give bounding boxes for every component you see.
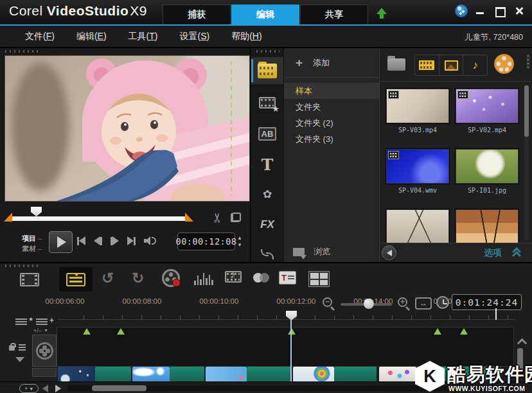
close-button[interactable] (513, 6, 526, 16)
timeline-clip[interactable] (293, 367, 334, 382)
panel-drag-handle[interactable] (5, 50, 39, 53)
folder-item-sample[interactable]: 样本 (284, 83, 379, 99)
filter-audio-button[interactable]: ♪ (463, 55, 487, 75)
track-transparency-button[interactable] (253, 273, 272, 283)
scrub-playhead-handle[interactable] (31, 207, 42, 216)
undo-button[interactable]: ↺ (102, 270, 114, 287)
category-title-button[interactable]: T (251, 151, 283, 178)
timecode-spinner[interactable]: ▲ ▼ (236, 232, 244, 250)
split-clip-scissors-icon[interactable]: ✂ (209, 213, 225, 223)
menu-settings[interactable]: 设置(S) (169, 27, 221, 46)
zoom-in-button[interactable]: + (398, 297, 407, 307)
spinner-down-icon[interactable]: ▼ (237, 242, 242, 248)
video-thumbnail[interactable] (455, 88, 519, 124)
photo-thumbnail[interactable] (386, 209, 450, 245)
previous-frame-button[interactable] (94, 236, 102, 246)
ripple-editing-lock-button[interactable] (9, 343, 26, 352)
spinner-up-icon[interactable]: ▲ (237, 235, 242, 241)
track-collapse-arrow[interactable] (15, 357, 24, 362)
tab-edit[interactable]: 编辑 (231, 4, 299, 24)
add-marker-button[interactable]: +▼ (19, 384, 39, 393)
timeline-view-button[interactable] (59, 267, 93, 292)
snapshot-icon[interactable] (231, 213, 241, 222)
minimize-button[interactable] (474, 6, 487, 16)
timeline-clip[interactable] (334, 367, 377, 382)
options-button[interactable]: 选项 (484, 247, 502, 259)
video-thumbnail[interactable] (386, 88, 450, 124)
folder-item-3[interactable]: 文件夹 (3) (284, 131, 379, 147)
auto-music-button[interactable]: ♪ (225, 271, 242, 283)
video-thumbnail[interactable] (386, 148, 450, 184)
panel-collapse-handle[interactable] (527, 55, 529, 69)
split-screen-template-button[interactable] (308, 271, 330, 287)
tab-share[interactable]: 共享 (300, 4, 368, 24)
trim-start-handle[interactable] (4, 213, 12, 222)
photo-thumbnail[interactable] (455, 148, 519, 184)
browse-button[interactable]: 浏览 (284, 243, 379, 260)
chapter-marker[interactable] (288, 328, 296, 335)
media-item[interactable]: SP-V04.wmv (386, 148, 450, 197)
zoom-slider-thumb[interactable] (364, 299, 374, 309)
open-folder-icon[interactable] (387, 58, 405, 71)
media-item[interactable]: SP-V02.mp4 (455, 88, 519, 137)
menu-edit[interactable]: 编辑(E) (66, 27, 118, 46)
playback-mode-switch[interactable]: 项目 – 素材 – (22, 233, 42, 254)
go-to-start-button[interactable] (77, 236, 85, 246)
add-folder-button[interactable]: + 添加 (284, 48, 379, 78)
subtitle-editor-button[interactable]: T (279, 271, 296, 284)
media-item[interactable]: SP-V03.mp4 (386, 88, 450, 137)
add-track-button[interactable] (36, 317, 54, 328)
category-media-button[interactable] (251, 57, 283, 84)
track-manager-button[interactable] (15, 317, 33, 328)
media-item[interactable]: SP-I01.jpg (455, 148, 519, 197)
chapter-marker[interactable] (83, 328, 91, 335)
media-item[interactable] (386, 209, 450, 245)
timeline-clip[interactable] (132, 367, 170, 382)
import-media-button[interactable] (494, 54, 514, 74)
next-frame-button[interactable] (111, 236, 119, 246)
menu-tools[interactable]: 工具(T) (118, 27, 169, 46)
maximize-button[interactable] (493, 6, 506, 16)
volume-button[interactable] (144, 236, 157, 246)
media-item[interactable] (455, 209, 519, 245)
sound-mixer-button[interactable] (194, 272, 213, 285)
timeline-clip[interactable] (170, 367, 204, 382)
menu-file[interactable]: 文件(F) (14, 27, 66, 46)
track-size-controls[interactable]: +/−▼ (33, 327, 57, 334)
mode-project-label[interactable]: 项目 (22, 234, 36, 242)
category-filter-button[interactable]: FX (251, 211, 283, 238)
record-capture-button[interactable] (162, 269, 180, 287)
overlay-track-header[interactable] (32, 368, 57, 377)
options-expand-chevrons-icon[interactable] (512, 248, 522, 258)
play-button[interactable] (49, 231, 73, 253)
help-globe-icon[interactable] (455, 4, 468, 17)
project-duration-clock-icon[interactable] (436, 296, 449, 309)
filter-photos-button[interactable] (439, 55, 464, 75)
folder-item-1[interactable]: 文件夹 (284, 99, 379, 115)
timeline-clip[interactable] (247, 367, 292, 382)
category-graphic-button[interactable]: ✿ (251, 180, 283, 207)
mode-clip-label[interactable]: 素材 (22, 245, 36, 252)
timeline-clip[interactable] (379, 367, 416, 382)
timeline-scroll-up-button[interactable] (518, 338, 526, 345)
storyboard-view-button[interactable] (13, 267, 46, 292)
zoom-out-button[interactable]: − (323, 297, 332, 307)
folder-item-2[interactable]: 文件夹 (2) (284, 115, 379, 131)
scroll-left-button[interactable] (42, 385, 48, 392)
scrollbar-thumb[interactable] (92, 385, 146, 391)
menu-help[interactable]: 帮助(H) (220, 27, 272, 46)
tab-capture[interactable]: 捕获 (163, 4, 231, 24)
category-instant-project-button[interactable]: ★ (251, 89, 283, 116)
category-transition-button[interactable]: AB (251, 120, 283, 147)
photo-thumbnail[interactable] (455, 209, 519, 245)
go-to-end-button[interactable] (127, 236, 136, 246)
library-scrollbar[interactable] (524, 84, 529, 241)
chapter-marker[interactable] (460, 328, 468, 335)
scroll-right-button[interactable] (55, 385, 61, 392)
player-timecode[interactable]: 00:00:12:08 (177, 232, 235, 250)
trim-bar[interactable] (10, 216, 188, 221)
panel-drag-handle[interactable] (256, 50, 279, 53)
timeline-clip[interactable] (206, 367, 247, 382)
redo-button[interactable]: ↻ (132, 270, 144, 287)
chapter-marker[interactable] (434, 328, 441, 335)
